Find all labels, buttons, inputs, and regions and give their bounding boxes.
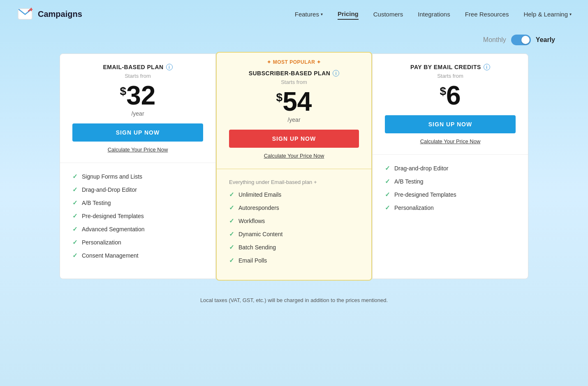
feature-item: ✓ Signup Forms and Lists xyxy=(72,173,203,180)
chevron-down-icon: ▾ xyxy=(569,12,572,16)
feature-item: ✓ A/B Testing xyxy=(72,199,203,207)
feature-item: ✓ Unlimited Emails xyxy=(229,191,359,198)
feature-item: ✓ Autoresponders xyxy=(229,204,359,212)
feature-item: ✓ Drag-and-drop Editor xyxy=(385,165,516,172)
nav-pricing[interactable]: Pricing xyxy=(338,9,359,20)
price-display-credits: $ 6 xyxy=(385,82,516,109)
pricing-section: EMAIL-BASED PLAN i Starts from $ 32 /yea… xyxy=(0,49,588,291)
feature-item: ✓ Consent Management xyxy=(72,252,203,259)
check-icon: ✓ xyxy=(229,230,234,238)
price-display-email: $ 32 xyxy=(72,82,203,109)
calc-link-subscriber[interactable]: Calculate Your Price Now xyxy=(229,153,359,160)
plan-features-subscriber: Everything under Email-based plan + ✓ Un… xyxy=(217,169,371,280)
calc-link-credits[interactable]: Calculate Your Price Now xyxy=(385,138,516,146)
check-icon: ✓ xyxy=(385,191,390,198)
feature-item: ✓ Advanced Segmentation xyxy=(72,226,203,233)
plan-features-email: ✓ Signup Forms and Lists ✓ Drag-and-Drop… xyxy=(60,163,215,279)
check-icon: ✓ xyxy=(72,173,78,180)
check-icon: ✓ xyxy=(385,178,390,185)
yearly-label: Yearly xyxy=(536,36,555,44)
check-icon: ✓ xyxy=(229,257,234,264)
price-period-subscriber: /year xyxy=(229,116,359,123)
info-icon-subscriber[interactable]: i xyxy=(333,70,339,77)
price-dollar-subscriber: $ xyxy=(276,91,283,104)
plan-top-credits: PAY BY EMAIL CREDITS i Starts from $ 6 S… xyxy=(373,54,528,155)
check-icon: ✓ xyxy=(72,212,78,220)
plan-pay-credits: PAY BY EMAIL CREDITS i Starts from $ 6 S… xyxy=(372,53,528,279)
plan-name-subscriber: SUBSCRIBER-BASED PLAN i xyxy=(229,70,359,77)
billing-toggle[interactable] xyxy=(511,35,531,45)
nav-integrations[interactable]: Integrations xyxy=(418,9,450,19)
plan-name-email: EMAIL-BASED PLAN i xyxy=(72,64,203,70)
plan-top-subscriber: SUBSCRIBER-BASED PLAN i Starts from $ 54… xyxy=(217,67,371,169)
check-icon: ✓ xyxy=(229,244,234,251)
check-icon: ✓ xyxy=(72,199,78,207)
sign-up-subscriber-button[interactable]: SIGN UP NOW xyxy=(229,130,359,148)
feature-item: ✓ Workflows xyxy=(229,217,359,225)
check-icon: ✓ xyxy=(72,239,78,246)
price-amount-email: 32 xyxy=(126,82,155,109)
price-dollar-email: $ xyxy=(120,85,127,98)
feature-item: ✓ Email Polls xyxy=(229,257,359,264)
logo-text: Campaigns xyxy=(38,9,82,19)
sign-up-email-button[interactable]: SIGN UP NOW xyxy=(72,123,203,142)
plan-top-email: EMAIL-BASED PLAN i Starts from $ 32 /yea… xyxy=(60,54,215,163)
feature-item: ✓ A/B Testing xyxy=(385,178,516,185)
check-icon: ✓ xyxy=(229,191,234,198)
chevron-down-icon: ▾ xyxy=(321,12,323,16)
check-icon: ✓ xyxy=(72,226,78,233)
check-icon: ✓ xyxy=(385,165,390,172)
check-icon: ✓ xyxy=(72,252,78,259)
feature-item: ✓ Dynamic Content xyxy=(229,230,359,238)
starts-from-credits: Starts from xyxy=(385,73,516,79)
plan-subscriber-based: ✦ MOST POPULAR ✦ SUBSCRIBER-BASED PLAN i… xyxy=(216,52,372,281)
info-icon-credits[interactable]: i xyxy=(484,64,490,70)
feature-item: ✓ Batch Sending xyxy=(229,244,359,251)
price-amount-credits: 6 xyxy=(446,82,461,109)
feature-item: ✓ Pre-designed Templates xyxy=(385,191,516,198)
plan-features-credits: ✓ Drag-and-drop Editor ✓ A/B Testing ✓ P… xyxy=(373,155,528,279)
plan-email-based: EMAIL-BASED PLAN i Starts from $ 32 /yea… xyxy=(60,53,216,279)
monthly-label: Monthly xyxy=(483,36,506,44)
price-display-subscriber: $ 54 xyxy=(229,88,359,115)
price-amount-subscriber: 54 xyxy=(282,88,312,115)
starts-from-email: Starts from xyxy=(72,73,203,79)
price-dollar-credits: $ xyxy=(440,85,446,98)
feature-item: ✓ Personalization xyxy=(72,239,203,246)
popular-badge: ✦ MOST POPULAR ✦ xyxy=(217,53,371,67)
logo[interactable]: Campaigns xyxy=(16,5,82,23)
logo-icon xyxy=(16,5,34,23)
sign-up-credits-button[interactable]: SIGN UP NOW xyxy=(385,115,516,133)
footer-note: Local taxes (VAT, GST, etc.) will be cha… xyxy=(0,291,588,307)
feature-item: ✓ Drag-and-Drop Editor xyxy=(72,186,203,193)
starts-from-subscriber: Starts from xyxy=(229,79,359,85)
billing-toggle-wrapper: Monthly Yearly xyxy=(0,28,588,49)
nav-features[interactable]: Features ▾ xyxy=(295,9,323,19)
nav-help[interactable]: Help & Learning ▾ xyxy=(523,9,572,19)
calc-link-email[interactable]: Calculate Your Price Now xyxy=(72,146,203,154)
check-icon: ✓ xyxy=(229,217,234,225)
nav-links: Features ▾ Pricing Customers Integration… xyxy=(295,9,572,20)
feature-intro-subscriber: Everything under Email-based plan + xyxy=(229,179,359,185)
toggle-thumb xyxy=(521,36,530,44)
price-period-email: /year xyxy=(72,110,203,117)
nav-free-resources[interactable]: Free Resources xyxy=(465,9,509,19)
plan-name-credits: PAY BY EMAIL CREDITS i xyxy=(385,64,516,70)
check-icon: ✓ xyxy=(72,186,78,193)
feature-item: ✓ Personalization xyxy=(385,204,516,212)
nav-customers[interactable]: Customers xyxy=(373,9,403,19)
info-icon-email[interactable]: i xyxy=(166,64,173,70)
check-icon: ✓ xyxy=(229,204,234,212)
navbar: Campaigns Features ▾ Pricing Customers I… xyxy=(0,0,588,28)
check-icon: ✓ xyxy=(385,204,390,212)
feature-item: ✓ Pre-designed Templates xyxy=(72,212,203,220)
